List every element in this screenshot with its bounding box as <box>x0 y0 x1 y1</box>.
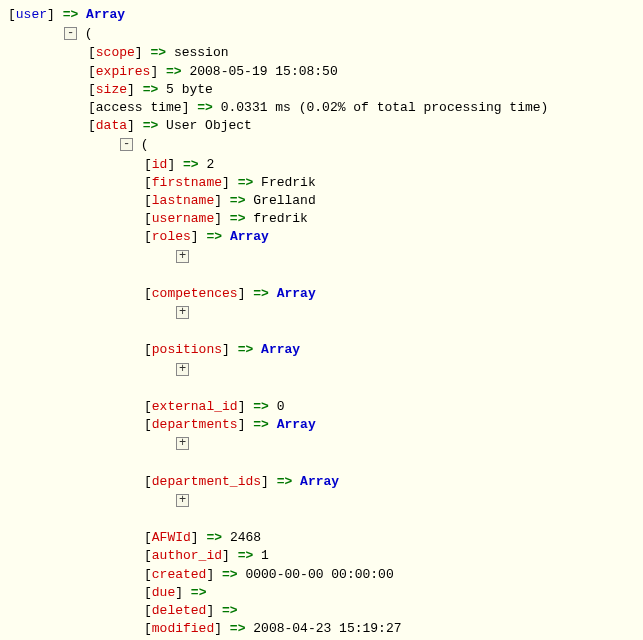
collapse-button[interactable]: - <box>120 138 133 151</box>
type-array: Array <box>300 474 339 489</box>
expand-button[interactable]: + <box>176 306 189 319</box>
type-array: Array <box>86 7 125 22</box>
value-expires: 2008-05-19 15:08:50 <box>189 64 337 79</box>
arrow: => <box>63 7 79 22</box>
value-username: fredrik <box>253 211 308 226</box>
key-modified: modified <box>152 621 214 636</box>
value-scope: session <box>174 45 229 60</box>
row-afwid: [AFWId] => 2468 <box>8 529 635 547</box>
type-array: Array <box>277 417 316 432</box>
key-username: username <box>152 211 214 226</box>
key-competences: competences <box>152 286 238 301</box>
type-array: Array <box>230 229 269 244</box>
value-data: User Object <box>166 118 252 133</box>
expand-button[interactable]: + <box>176 250 189 263</box>
key-external-id: external_id <box>152 399 238 414</box>
row-deleted: [deleted] => <box>8 602 635 620</box>
row-expires: [expires] => 2008-05-19 15:08:50 <box>8 63 635 81</box>
value-external-id: 0 <box>277 399 285 414</box>
row-access-time: [access time] => 0.0331 ms (0.02% of tot… <box>8 99 635 117</box>
open-paren: ( <box>141 137 149 152</box>
key-access-time: access time <box>96 100 182 115</box>
value-lastname: Grelland <box>253 193 315 208</box>
expand-button[interactable]: + <box>176 437 189 450</box>
row-department-ids: [department_ids] => Array <box>8 473 635 491</box>
row-competences: [competences] => Array <box>8 285 635 303</box>
toggle-row-competences: + <box>8 304 635 322</box>
key-deleted: deleted <box>152 603 207 618</box>
toggle-row-user: - ( <box>8 25 635 43</box>
key-due: due <box>152 585 175 600</box>
key-id: id <box>152 157 168 172</box>
row-lastname: [lastname] => Grelland <box>8 192 635 210</box>
row-positions: [positions] => Array <box>8 341 635 359</box>
row-firstname: [firstname] => Fredrik <box>8 174 635 192</box>
toggle-row-departments: + <box>8 435 635 453</box>
value-access-time: 0.0331 ms (0.02% of total processing tim… <box>221 100 549 115</box>
key-author-id: author_id <box>152 548 222 563</box>
value-id: 2 <box>206 157 214 172</box>
value-modified: 2008-04-23 15:19:27 <box>253 621 401 636</box>
key-lastname: lastname <box>152 193 214 208</box>
row-roles: [roles] => Array <box>8 228 635 246</box>
toggle-row-roles: + <box>8 247 635 265</box>
row-username: [username] => fredrik <box>8 210 635 228</box>
key-roles: roles <box>152 229 191 244</box>
key-created: created <box>152 567 207 582</box>
row-data: [data] => User Object <box>8 117 635 135</box>
key-expires: expires <box>96 64 151 79</box>
bracket-close: ] <box>47 7 55 22</box>
bracket-open: [ <box>8 7 16 22</box>
type-array: Array <box>277 286 316 301</box>
key-firstname: firstname <box>152 175 222 190</box>
row-external-id: [external_id] => 0 <box>8 398 635 416</box>
toggle-row-data: - ( <box>8 136 635 154</box>
key-size: size <box>96 82 127 97</box>
expand-button[interactable]: + <box>176 494 189 507</box>
type-array: Array <box>261 342 300 357</box>
open-paren: ( <box>85 26 93 41</box>
row-created: [created] => 0000-00-00 00:00:00 <box>8 566 635 584</box>
value-created: 0000-00-00 00:00:00 <box>245 567 393 582</box>
row-due: [due] => <box>8 584 635 602</box>
key-afwid: AFWId <box>152 530 191 545</box>
key-department-ids: department_ids <box>152 474 261 489</box>
key-departments: departments <box>152 417 238 432</box>
key-positions: positions <box>152 342 222 357</box>
key-scope: scope <box>96 45 135 60</box>
value-size: 5 byte <box>166 82 213 97</box>
row-author-id: [author_id] => 1 <box>8 547 635 565</box>
collapse-button[interactable]: - <box>64 27 77 40</box>
row-scope: [scope] => session <box>8 44 635 62</box>
value-afwid: 2468 <box>230 530 261 545</box>
value-firstname: Fredrik <box>261 175 316 190</box>
row-departments: [departments] => Array <box>8 416 635 434</box>
value-author-id: 1 <box>261 548 269 563</box>
row-id: [id] => 2 <box>8 156 635 174</box>
toggle-row-positions: + <box>8 361 635 379</box>
key-user: user <box>16 7 47 22</box>
row-size: [size] => 5 byte <box>8 81 635 99</box>
toggle-row-department-ids: + <box>8 492 635 510</box>
expand-button[interactable]: + <box>176 363 189 376</box>
row-modified: [modified] => 2008-04-23 15:19:27 <box>8 620 635 638</box>
node-user: [user] => Array <box>8 6 635 24</box>
key-data: data <box>96 118 127 133</box>
